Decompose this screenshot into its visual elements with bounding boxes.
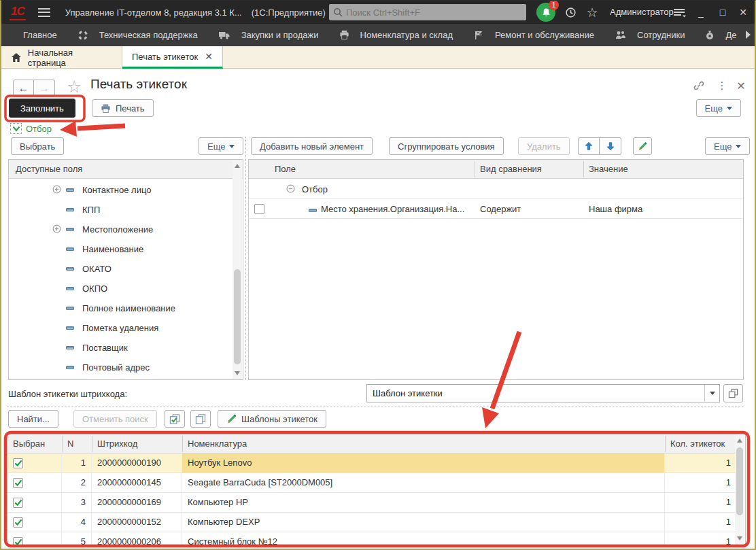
cell-qty: 1: [665, 493, 737, 513]
scroll-down-icon[interactable]: [235, 371, 240, 375]
filter-group-row[interactable]: Отбор: [249, 179, 743, 199]
tree-item[interactable]: ОКПО: [9, 279, 233, 298]
menu-item-6[interactable]: Де: [705, 30, 736, 40]
menu-item-label: Закупки и продажи: [241, 30, 319, 40]
hamburger-menu-icon[interactable]: [38, 8, 50, 17]
delete-button[interactable]: Удалить: [518, 137, 570, 155]
tab-close-icon[interactable]: ✕: [205, 51, 213, 62]
fields-scrollbar[interactable]: [233, 160, 242, 379]
pane-splitter[interactable]: [245, 137, 246, 380]
cell-checked[interactable]: [7, 453, 62, 473]
uncheck-all-button[interactable]: [190, 410, 211, 428]
dropdown-arrow-icon[interactable]: [704, 385, 719, 402]
tab-home[interactable]: Начальная страница: [1, 46, 122, 69]
table-row[interactable]: 42000000000152Компьютер DEXP1: [7, 513, 737, 532]
search-icon: [333, 7, 343, 17]
find-button[interactable]: Найти...: [8, 410, 58, 428]
global-search-input[interactable]: [346, 7, 522, 18]
fill-button[interactable]: Заполнить: [9, 99, 75, 118]
expand-plus-icon[interactable]: [52, 185, 61, 196]
condition-checkbox[interactable]: [254, 204, 264, 214]
notifications-button[interactable]: 1: [536, 3, 555, 22]
scroll-down-icon[interactable]: [737, 536, 742, 540]
row-checkbox[interactable]: [13, 458, 23, 468]
tree-item[interactable]: ОКАТО: [9, 259, 233, 279]
filter-toggle[interactable]: Отбор: [10, 123, 52, 134]
cell-checked[interactable]: [7, 513, 62, 532]
forward-button[interactable]: →: [34, 80, 55, 97]
close-form-icon[interactable]: ✕: [734, 79, 748, 92]
link-icon[interactable]: [692, 79, 706, 92]
select-field-button[interactable]: Выбрать: [11, 137, 64, 155]
labels-table-scrollbar[interactable]: [735, 435, 744, 544]
more-dots-icon[interactable]: ⋮: [715, 79, 729, 92]
service-menu-icon[interactable]: [672, 6, 687, 20]
move-up-button[interactable]: [578, 137, 600, 155]
favorite-page-star-icon[interactable]: ☆: [67, 77, 82, 97]
group-conditions-button[interactable]: Сгруппировать условия: [389, 137, 504, 155]
move-down-button[interactable]: [600, 137, 621, 155]
more-button-left-pane[interactable]: Еще: [199, 137, 243, 155]
scrollbar-thumb[interactable]: [736, 447, 743, 515]
cell-checked[interactable]: [7, 493, 62, 513]
menu-item-2[interactable]: Закупки и продажи: [218, 30, 319, 40]
minimize-button[interactable]: _: [691, 1, 711, 24]
cell-checked[interactable]: [7, 473, 62, 493]
column-barcode: Штрихкод: [97, 434, 137, 453]
tree-item[interactable]: Контактное лицо: [9, 180, 233, 200]
history-icon[interactable]: [563, 5, 578, 19]
print-button[interactable]: Печать: [92, 99, 154, 117]
tree-item[interactable]: Поставщик: [9, 338, 233, 358]
table-row[interactable]: 32000000000169Компьютер HP1: [7, 493, 737, 513]
tree-item[interactable]: Наименование: [9, 239, 233, 259]
collapse-minus-icon[interactable]: [286, 184, 295, 195]
notification-badge: 1: [549, 0, 559, 10]
tree-item[interactable]: КПП: [9, 200, 233, 220]
menu-item-label: Сотрудники: [637, 30, 685, 40]
check-all-button[interactable]: [165, 410, 185, 428]
more-button-top[interactable]: Еще: [696, 99, 741, 117]
more-button-right-pane[interactable]: Еще: [705, 137, 750, 155]
template-input[interactable]: [367, 388, 704, 398]
menu-item-label: Де: [725, 30, 736, 40]
condition-row[interactable]: Место хранения.Организация.На... Содержи…: [249, 199, 743, 219]
expand-plus-icon[interactable]: [52, 224, 61, 235]
menu-item-3[interactable]: Номенклатура и склад: [339, 30, 453, 40]
menu-item-5[interactable]: Сотрудники: [615, 30, 685, 40]
column-comparison: Вид сравнения: [480, 160, 542, 179]
scroll-up-icon[interactable]: [737, 439, 742, 443]
current-user[interactable]: Администратор: [610, 7, 674, 17]
cancel-search-button[interactable]: Отменить поиск: [73, 410, 157, 428]
scroll-up-icon[interactable]: [235, 164, 240, 168]
table-row[interactable]: 52000000000206Системный блок №121: [7, 532, 737, 545]
scrollbar-thumb[interactable]: [234, 269, 241, 364]
tree-item[interactable]: Почтовый адрес: [9, 358, 233, 377]
tree-item[interactable]: Полное наименование: [9, 298, 233, 318]
back-button[interactable]: ←: [13, 80, 34, 97]
choose-template-button[interactable]: [723, 384, 743, 402]
cell-barcode: 2000000000190: [92, 453, 182, 473]
row-checkbox[interactable]: [13, 517, 23, 528]
menu-item-0[interactable]: Главное: [23, 30, 57, 40]
column-item: Номенклатура: [188, 434, 247, 453]
table-row[interactable]: 12000000000190Ноутбук Lenovo1: [7, 453, 737, 473]
menu-item-4[interactable]: Ремонт и обслуживание: [473, 30, 594, 40]
label-templates-button[interactable]: Шаблоны этикеток: [218, 410, 326, 428]
row-checkbox[interactable]: [13, 498, 23, 508]
row-checkbox[interactable]: [13, 537, 23, 546]
tree-item[interactable]: Пометка удаления: [9, 318, 233, 338]
add-element-button[interactable]: Добавить новый элемент: [251, 137, 373, 155]
tab-print-labels[interactable]: Печать этикеток ✕: [122, 46, 223, 69]
global-search-box[interactable]: [329, 4, 526, 20]
maximize-button[interactable]: □: [712, 1, 733, 24]
table-row[interactable]: 22000000000145Seagate BarraCuda [ST2000D…: [7, 473, 737, 493]
cell-checked[interactable]: [7, 532, 62, 545]
tree-item[interactable]: Местоположение: [9, 220, 233, 239]
row-checkbox[interactable]: [13, 478, 23, 488]
menu-item-1[interactable]: Техническая поддержка: [78, 30, 198, 41]
menu-overflow-arrow-icon[interactable]: [746, 31, 751, 39]
close-window-button[interactable]: ✕: [733, 1, 753, 24]
favorites-star-icon[interactable]: ☆: [585, 5, 600, 19]
money-icon: [705, 30, 720, 40]
edit-condition-button[interactable]: [633, 137, 652, 155]
